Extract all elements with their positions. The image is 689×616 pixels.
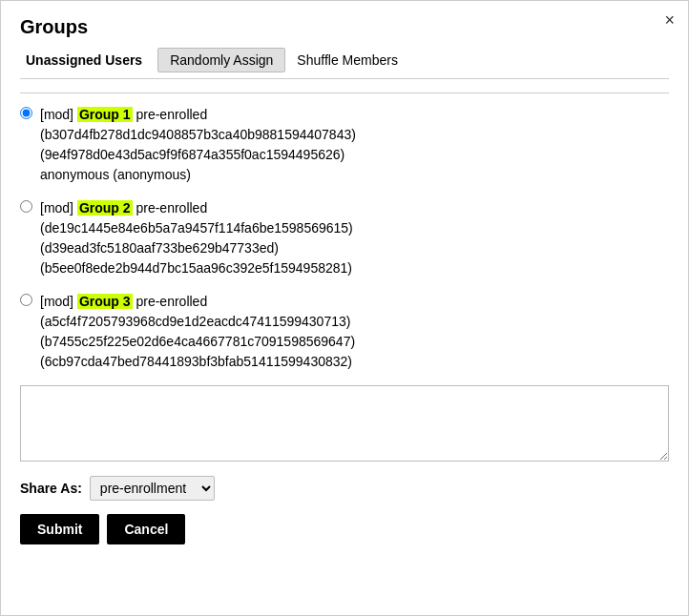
group-detail-line: anonymous (anonymous) (40, 165, 356, 185)
tab-shuffle-members[interactable]: Shuffle Members (289, 49, 406, 72)
group-item: [mod] Group 1 pre-enrolled(b307d4fb278d1… (20, 105, 669, 185)
group-name-highlight: Group 3 (77, 294, 133, 309)
group-detail-line: (a5cf4f7205793968cd9e1d2eacdc47411599430… (40, 312, 355, 332)
group-item: [mod] Group 3 pre-enrolled(a5cf4f7205793… (20, 292, 669, 372)
groups-dialog: × Groups Unassigned Users Randomly Assig… (0, 0, 689, 616)
group-detail-line: (d39ead3fc5180aaf733be629b47733ed) (40, 238, 353, 258)
cancel-button[interactable]: Cancel (107, 514, 185, 544)
textarea-section (20, 385, 669, 464)
share-as-label: Share As: (20, 481, 82, 496)
group-first-line: [mod] Group 2 pre-enrolled (40, 198, 353, 218)
group-item: [mod] Group 2 pre-enrolled(de19c1445e84e… (20, 198, 669, 278)
group-detail-line: (b307d4fb278d1dc9408857b3ca40b9881594407… (40, 125, 356, 145)
group-radio-2[interactable] (20, 200, 32, 213)
group-detail-line: (6cb97cda47bed78441893bf3bfab51411599430… (40, 352, 355, 372)
group-first-line: [mod] Group 1 pre-enrolled (40, 105, 356, 125)
submit-button[interactable]: Submit (20, 514, 99, 544)
group-name-highlight: Group 1 (77, 107, 133, 122)
message-textarea[interactable] (20, 385, 669, 462)
group-detail-line: (de19c1445e84e6b5a7a9457f114fa6be1598569… (40, 218, 353, 238)
group-name-highlight: Group 2 (77, 200, 133, 216)
group-list: [mod] Group 1 pre-enrolled(b307d4fb278d1… (20, 105, 669, 372)
dialog-title: Groups (20, 16, 669, 38)
tab-unassigned-users[interactable]: Unassigned Users (20, 49, 148, 72)
group-detail-line: (b7455c25f225e02d6e4ca4667781c7091598569… (40, 332, 355, 352)
group-radio-1[interactable] (20, 107, 32, 119)
share-row: Share As: pre-enrollmentenrollmentpost-e… (20, 476, 669, 501)
tabs-bar: Unassigned Users Randomly Assign Shuffle… (20, 48, 669, 79)
divider (20, 92, 669, 93)
tab-randomly-assign[interactable]: Randomly Assign (157, 48, 285, 72)
action-row: Submit Cancel (20, 514, 669, 544)
group-radio-3[interactable] (20, 294, 32, 306)
group-detail-line: (9e4f978d0e43d5ac9f9f6874a355f0ac1594495… (40, 145, 356, 165)
close-button[interactable]: × (664, 10, 675, 31)
group-detail-line: (b5ee0f8ede2b944d7bc15aa96c392e5f1594958… (40, 258, 353, 278)
share-as-select[interactable]: pre-enrollmentenrollmentpost-enrollment (90, 476, 215, 501)
group-first-line: [mod] Group 3 pre-enrolled (40, 292, 355, 312)
